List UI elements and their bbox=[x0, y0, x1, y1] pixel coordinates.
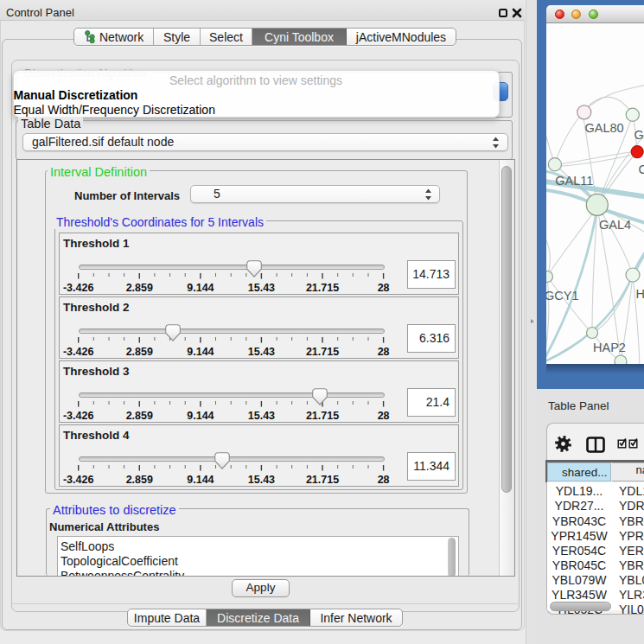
svg-text:HAP2: HAP2 bbox=[593, 341, 626, 354]
svg-text:GAL80: GAL80 bbox=[585, 121, 624, 135]
svg-text:H: H bbox=[636, 287, 644, 301]
svg-text:GAL4: GAL4 bbox=[599, 218, 631, 232]
svg-text:C: C bbox=[639, 163, 644, 176]
svg-text:GA: GA bbox=[634, 128, 644, 142]
svg-text:GAL11: GAL11 bbox=[555, 174, 593, 188]
svg-text:GCY1: GCY1 bbox=[546, 289, 579, 303]
